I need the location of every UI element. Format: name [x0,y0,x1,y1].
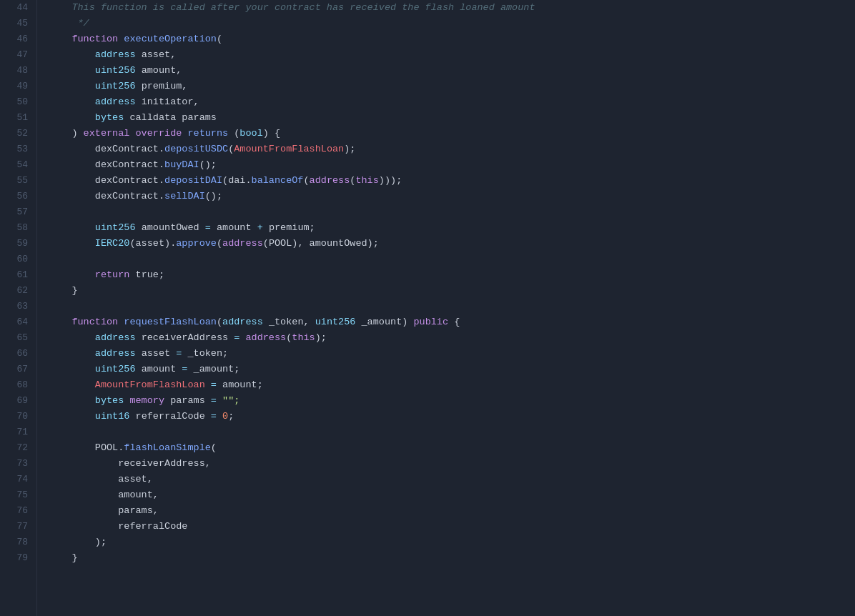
kw2-token: address [49,348,142,359]
kw-token: public [413,317,448,327]
plain-token: _amount) [355,317,413,327]
line-number: 72 [6,440,28,456]
code-line [49,252,855,267]
kw2-token: address [49,49,142,60]
num-token: 0 [217,411,228,422]
special-token: AmountFromFlashLoan [49,379,211,390]
func-token: approve [176,238,217,249]
line-number: 57 [6,204,28,220]
kw2-token: uint256 [49,364,142,374]
plain-token: ( [228,128,239,139]
kw2-token: address [49,96,142,107]
plain-token: params, [49,505,159,516]
plain-token: ; [228,411,234,422]
plain-token: amountOwed [142,222,205,233]
code-line: uint256 amountOwed = amount + premium; [49,220,855,236]
plain-token: ( [211,442,217,453]
code-line: bytes calldata params [49,110,855,126]
kw-token: external override [84,128,188,139]
plain-token: ( [217,238,222,249]
code-line: POOL.flashLoanSimple( [49,440,855,456]
line-number: 49 [6,79,28,94]
plain-token: } [49,552,78,563]
code-line: address receiverAddress = address(this); [49,330,855,346]
kw2-token: uint256 [49,222,142,233]
kw-token: address [222,238,263,249]
line-number: 79 [6,550,28,566]
comment-token: */ [49,18,89,29]
code-content[interactable]: This function is called after your contr… [37,0,855,616]
line-number: 46 [6,31,28,47]
line-number: 55 [6,173,28,189]
line-number: 76 [6,503,28,519]
line-number: 74 [6,472,28,487]
comment-token: This function is called after your contr… [49,2,535,13]
line-number: 65 [6,330,28,346]
line-number: 68 [6,377,28,393]
func-token: depositUSDC [164,144,228,154]
line-number-gutter: 4445464748495051525354555657585960616263… [0,0,37,616]
code-line: dexContract.depositUSDC(AmountFromFlashL… [49,141,855,157]
code-line: ); [49,535,855,550]
line-number: 70 [6,409,28,424]
code-line: referralCode [49,519,855,535]
plain-token: ( [217,317,222,327]
plain-token: amount, [49,490,159,500]
kw2-token: bytes [49,395,129,406]
code-line: */ [49,16,855,31]
code-line: function executeOperation( [49,31,855,47]
code-line: params, [49,503,855,519]
plain-token: ( [303,175,309,186]
line-number: 62 [6,283,28,299]
code-line: asset, [49,472,855,487]
line-number: 73 [6,456,28,472]
plain-token: ); [315,332,327,343]
func-token: returns [187,128,228,139]
plain-token: (POOL), amountOwed); [263,238,379,249]
code-line: function requestFlashLoan(address _token… [49,314,855,330]
func-token: balanceOf [252,175,304,186]
func-token: depositDAI [164,175,222,186]
kw2-token: address [49,332,142,343]
op-token: = [205,222,211,233]
line-number: 47 [6,47,28,63]
kw2-token: uint256 [49,65,142,76]
plain-token: receiverAddress [142,332,234,343]
plain-token: (asset). [129,238,176,249]
op-token: = [211,395,217,406]
line-number: 61 [6,267,28,283]
line-number: 48 [6,63,28,79]
code-line: address initiator, [49,94,855,110]
kw-token: memory [129,395,170,406]
line-number: 51 [6,110,28,126]
plain-token: amount; [217,379,263,390]
plain-token: premium; [263,222,315,233]
kw-token: address [245,332,286,343]
line-number: 63 [6,299,28,314]
code-line: dexContract.sellDAI(); [49,189,855,204]
op-token: + [257,222,263,233]
plain-token: amount, [142,65,182,76]
code-line: AmountFromFlashLoan = amount; [49,377,855,393]
line-number: 77 [6,519,28,535]
func-token: flashLoanSimple [124,442,211,453]
code-line: } [49,283,855,299]
plain-token: _token; [182,348,228,359]
plain-token: { [448,317,460,327]
kw-token: this [292,332,315,343]
plain-token: dexContract. [49,159,164,170]
code-line: uint16 referralCode = 0; [49,409,855,424]
line-number: 54 [6,157,28,173]
line-number: 53 [6,141,28,157]
plain-token: calldata params [129,112,217,123]
code-line [49,424,855,440]
code-line: return true; [49,267,855,283]
line-number: 45 [6,16,28,31]
plain-token: dexContract. [49,191,164,202]
plain-token: asset [142,348,177,359]
kw-token: function [49,34,124,44]
code-line: IERC20(asset).approve(address(POOL), amo… [49,236,855,252]
op-token: = [211,379,217,390]
line-number: 50 [6,94,28,110]
kw2-token: uint256 [49,81,142,91]
